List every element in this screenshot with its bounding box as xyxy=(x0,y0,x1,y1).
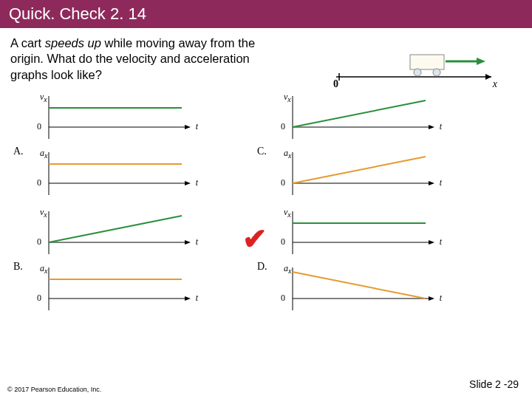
slide-number: Slide 2 -29 xyxy=(469,378,519,390)
option-c-velocity-graph: vx 0 t xyxy=(273,90,443,146)
option-a-velocity-graph: vx 0 t xyxy=(30,90,200,146)
t-label: t xyxy=(440,293,442,304)
zero-label: 0 xyxy=(281,236,285,248)
svg-line-23 xyxy=(293,157,426,183)
svg-line-39 xyxy=(293,272,426,299)
svg-marker-18 xyxy=(429,125,434,129)
option-b: B. vx 0 t ax 0 t xyxy=(30,205,273,318)
option-a-label: A. xyxy=(13,146,24,157)
option-a-acceleration-graph: ax 0 t xyxy=(30,146,200,202)
t-label: t xyxy=(196,293,198,304)
cart-diagram: 0 x xyxy=(329,49,499,92)
option-c: C. vx 0 t ax 0 t xyxy=(273,90,517,202)
svg-marker-10 xyxy=(185,125,191,129)
zero-label: 0 xyxy=(37,177,41,188)
option-b-acceleration-graph: ax 0 t xyxy=(30,262,200,318)
option-d: D. vx 0 t ax 0 t xyxy=(273,205,517,318)
t-label: t xyxy=(196,236,198,248)
svg-marker-34 xyxy=(429,240,434,245)
svg-marker-7 xyxy=(477,58,485,65)
t-label: t xyxy=(440,236,442,248)
zero-label: 0 xyxy=(37,293,41,304)
correct-check-icon: ✔ xyxy=(242,222,267,256)
option-c-acceleration-graph: ax 0 t xyxy=(273,146,443,202)
svg-point-5 xyxy=(433,69,440,76)
svg-marker-30 xyxy=(185,296,191,301)
t-label: t xyxy=(440,177,442,188)
options-grid: A. vx 0 t ax 0 t C. vx 0 t xyxy=(30,90,532,321)
question-text: A cart speeds up while moving away from … xyxy=(0,28,296,86)
ylabel-vx: vx xyxy=(40,92,47,103)
ylabel-ax: ax xyxy=(284,148,291,160)
cart-origin-label: 0 xyxy=(333,78,338,90)
question-emphasis: speeds up xyxy=(45,36,101,50)
svg-marker-22 xyxy=(429,181,434,185)
option-c-label: C. xyxy=(257,146,267,157)
option-d-acceleration-graph: ax 0 t xyxy=(273,262,443,318)
t-label: t xyxy=(440,121,442,132)
zero-label: 0 xyxy=(37,236,41,248)
svg-point-4 xyxy=(414,69,421,76)
svg-marker-38 xyxy=(429,296,434,301)
ylabel-ax: ax xyxy=(40,148,47,160)
t-label: t xyxy=(196,177,198,188)
slide-title: Quick. Check 2. 14 xyxy=(0,0,532,28)
ylabel-ax: ax xyxy=(284,263,291,275)
copyright-text: © 2017 Pearson Education, Inc. xyxy=(7,386,101,393)
zero-label: 0 xyxy=(281,177,285,188)
t-label: t xyxy=(196,121,198,132)
option-b-label: B. xyxy=(13,261,23,273)
zero-label: 0 xyxy=(281,121,285,132)
option-a: A. vx 0 t ax 0 t xyxy=(30,90,273,202)
svg-marker-26 xyxy=(185,240,191,245)
svg-line-19 xyxy=(293,100,426,127)
svg-rect-3 xyxy=(410,55,444,69)
question-prefix: A cart xyxy=(10,36,45,50)
cart-illustration-icon xyxy=(329,49,499,89)
option-b-velocity-graph: vx 0 t xyxy=(30,205,200,262)
ylabel-vx: vx xyxy=(284,207,291,219)
ylabel-vx: vx xyxy=(40,207,47,219)
ylabel-ax: ax xyxy=(40,263,47,275)
svg-line-27 xyxy=(49,216,182,242)
svg-marker-14 xyxy=(185,181,191,185)
svg-marker-1 xyxy=(485,74,491,80)
option-d-label: D. xyxy=(257,261,267,273)
zero-label: 0 xyxy=(281,293,285,304)
cart-axis-label: x xyxy=(493,78,497,90)
zero-label: 0 xyxy=(37,121,41,132)
option-d-velocity-graph: vx 0 t xyxy=(273,205,443,262)
ylabel-vx: vx xyxy=(284,92,291,103)
